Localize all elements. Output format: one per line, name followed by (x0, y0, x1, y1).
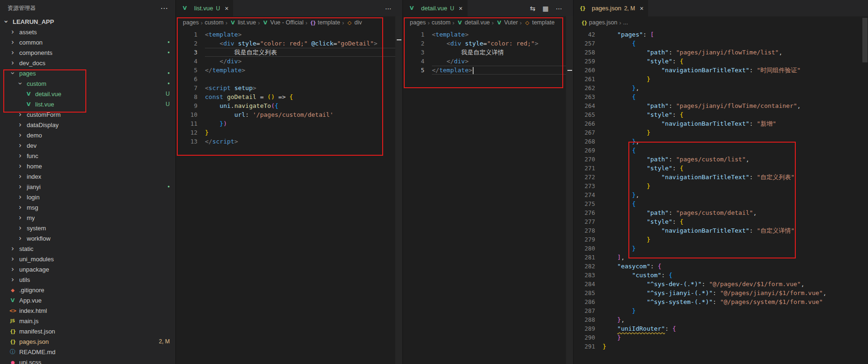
code-line-1[interactable]: 1<template> (176, 30, 395, 39)
code-line-42[interactable]: 42 "pages": [ (574, 30, 861, 39)
tree-root[interactable]: LEARUN_APP (0, 16, 175, 27)
code-line-267[interactable]: 267 } (574, 128, 861, 137)
code-line-273[interactable]: 273 } (574, 182, 861, 190)
code-line-265[interactable]: 265 "style": { (574, 110, 861, 119)
code-line-269[interactable]: 269 { (574, 146, 861, 155)
breadcrumb-item-custom[interactable]: custom (204, 19, 223, 26)
code-line-281[interactable]: 281 ], (574, 253, 861, 262)
tree-item-unpackage[interactable]: unpackage (0, 264, 175, 274)
code-line-5[interactable]: 5</template> (176, 66, 395, 75)
code-line-10[interactable]: 10 url: '/pages/custom/detail' (176, 110, 395, 119)
editor-layout-icon[interactable]: ▦ (543, 5, 549, 12)
scrollbar-3[interactable] (861, 16, 868, 364)
compare-changes-icon[interactable]: ⇆ (530, 5, 536, 12)
code-line-259[interactable]: 259 "style": { (574, 57, 861, 66)
code-line-275[interactable]: 275 { (574, 199, 861, 208)
code-line-282[interactable]: 282 "easycom": { (574, 262, 861, 271)
code-line-285[interactable]: 285 "^sys-jianyi-(.*)": "@/pages/jianyi/… (574, 288, 861, 297)
code-line-257[interactable]: 257 { (574, 39, 861, 48)
code-editor-3[interactable]: 42 "pages": [257 {258 "path": "pages/jia… (574, 29, 861, 364)
code-line-264[interactable]: 264 "path": "pages/jianyi/flowTime/conta… (574, 101, 861, 110)
code-line-288[interactable]: 288 }, (574, 315, 861, 324)
more-actions-icon[interactable]: ⋯ (160, 4, 168, 13)
breadcrumb-item-pages[interactable]: pages (183, 19, 199, 26)
tree-item-custom[interactable]: custom● (0, 78, 175, 89)
tree-item-uni_modules[interactable]: uni_modules (0, 254, 175, 264)
breadcrumb-item-Vue - Official[interactable]: Vue - Official (262, 19, 303, 26)
scrollbar-1[interactable] (395, 16, 403, 364)
code-line-263[interactable]: 263 { (574, 92, 861, 101)
breadcrumb-item-template[interactable]: template (524, 19, 555, 26)
code-line-276[interactable]: 276 "path": "pages/custom/detail", (574, 208, 861, 217)
tree-item-manifest.json[interactable]: manifest.json (0, 326, 175, 336)
code-line-283[interactable]: 283 "custom": { (574, 271, 861, 280)
tree-item-jianyi[interactable]: jianyi● (0, 182, 175, 192)
code-line-4[interactable]: 4 </div> (176, 57, 395, 66)
code-line-1[interactable]: 1<template> (403, 30, 566, 39)
code-line-2[interactable]: 2 <div style="color: red;"> (403, 39, 566, 48)
scrollbar-2[interactable] (566, 16, 574, 364)
code-line-2[interactable]: 2 <div style="color: red;" @click="goDet… (176, 39, 395, 48)
code-line-279[interactable]: 279 } (574, 235, 861, 244)
tree-item-pages.json[interactable]: pages.json2, M (0, 336, 175, 347)
tree-item-assets[interactable]: assets (0, 27, 175, 37)
tree-item-workflow[interactable]: workflow (0, 233, 175, 243)
close-icon[interactable]: × (225, 5, 228, 12)
code-line-289[interactable]: 289 "uniIdRouter": { (574, 324, 861, 333)
code-line-12[interactable]: 12} (176, 128, 395, 137)
code-line-6[interactable]: 6 (176, 75, 395, 83)
code-line-8[interactable]: 8const goDetail = () => { (176, 92, 395, 101)
scrollbar-thumb[interactable] (862, 18, 868, 62)
breadcrumb-item-pages.json[interactable]: pages.json (581, 19, 617, 26)
code-line-270[interactable]: 270 "path": "pages/custom/list", (574, 155, 861, 164)
close-icon[interactable]: × (459, 5, 462, 12)
code-line-278[interactable]: 278 "navigationBarTitleText": "自定义详情" (574, 226, 861, 235)
tree-item-main.js[interactable]: main.js (0, 316, 175, 326)
breadcrumb-item-template[interactable]: template (309, 19, 340, 26)
code-line-5[interactable]: 5</template> (403, 66, 566, 75)
code-line-286[interactable]: 286 "^sys-system-(.*)": "@/pages/system/… (574, 297, 861, 306)
tree-item-func[interactable]: func (0, 151, 175, 161)
tree-item-dev_docs[interactable]: dev_docs (0, 58, 175, 68)
tree-item-home[interactable]: home (0, 161, 175, 171)
code-line-9[interactable]: 9 uni.navigateTo({ (176, 101, 395, 110)
code-line-3[interactable]: 3 我是自定义详情 (403, 48, 566, 57)
more-actions-icon[interactable]: ⋯ (385, 5, 392, 12)
tree-item-dev[interactable]: dev (0, 140, 175, 151)
code-editor-1[interactable]: 1<template>2 <div style="color: red;" @c… (176, 29, 395, 364)
tree-item-.gitignore[interactable]: .gitignore (0, 285, 175, 295)
breadcrumb-item-custom[interactable]: custom (431, 19, 450, 26)
breadcrumb-item-pages[interactable]: pages (410, 19, 426, 26)
breadcrumb-item-list.vue[interactable]: list.vue (229, 19, 256, 26)
breadcrumb-item-Vuter[interactable]: Vuter (496, 19, 518, 26)
code-line-271[interactable]: 271 "style": { (574, 164, 861, 173)
tree-item-pages[interactable]: pages● (0, 68, 175, 78)
code-line-7[interactable]: 7<script setup> (176, 83, 395, 92)
tree-item-my[interactable]: my (0, 212, 175, 223)
tree-item-demo[interactable]: demo (0, 130, 175, 140)
code-line-11[interactable]: 11 }) (176, 119, 395, 128)
tree-item-list.vue[interactable]: list.vueU (0, 99, 175, 109)
tree-item-App.vue[interactable]: App.vue (0, 295, 175, 305)
tree-item-components[interactable]: components● (0, 47, 175, 58)
code-line-258[interactable]: 258 "path": "pages/jianyi/flowTime/list"… (574, 48, 861, 57)
code-line-290[interactable]: 290 } (574, 333, 861, 342)
tree-item-index.html[interactable]: index.html (0, 305, 175, 316)
breadcrumb-item-...[interactable]: ... (623, 19, 628, 26)
tree-item-login[interactable]: login (0, 192, 175, 202)
code-editor-2[interactable]: 1<template>2 <div style="color: red;">3 … (403, 29, 566, 364)
code-line-274[interactable]: 274 }, (574, 190, 861, 199)
tree-item-msg[interactable]: msg (0, 202, 175, 212)
more-actions-icon[interactable]: ⋯ (556, 5, 562, 12)
tab-pages.json[interactable]: pages.json2, M× (574, 0, 649, 16)
tree-item-detail.vue[interactable]: detail.vueU (0, 89, 175, 99)
code-line-277[interactable]: 277 "style": { (574, 217, 861, 226)
tree-item-uni.scss[interactable]: uni.scss (0, 357, 175, 364)
code-line-268[interactable]: 268 }, (574, 137, 861, 146)
code-line-272[interactable]: 272 "navigationBarTitleText": "自定义列表" (574, 173, 861, 182)
code-line-13[interactable]: 13</script> (176, 137, 395, 146)
tab-list.vue[interactable]: list.vueU× (176, 0, 234, 16)
close-icon[interactable]: × (640, 5, 643, 12)
code-line-266[interactable]: 266 "navigationBarTitleText": "新增" (574, 119, 861, 128)
breadcrumb-item-detail.vue[interactable]: detail.vue (456, 19, 490, 26)
